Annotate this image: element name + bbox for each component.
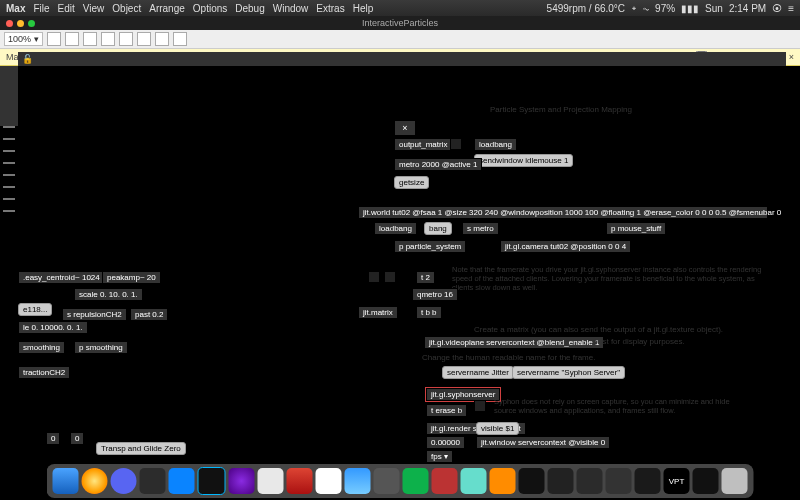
menu-object[interactable]: Object [112,3,141,14]
obj-t2[interactable]: t 2 [416,271,435,284]
toggle[interactable] [368,271,380,283]
toolbar-button[interactable] [47,32,61,46]
obj-past[interactable]: past 0.2 [130,308,168,321]
window-close-button[interactable] [6,20,13,27]
palette-item[interactable] [3,174,15,176]
dock-app[interactable] [519,468,545,494]
dock-app[interactable] [140,468,166,494]
menu-edit[interactable]: Edit [58,3,75,14]
dock-app-discord[interactable] [111,468,137,494]
dock-app[interactable] [345,468,371,494]
palette-item[interactable] [3,138,15,140]
palette-item[interactable] [3,126,15,128]
subpatch-close-icon[interactable]: × [394,120,416,136]
clock-time[interactable]: 2:14 PM [729,3,766,14]
dock-app-calendar[interactable] [316,468,342,494]
banner-close-icon[interactable]: × [789,52,794,62]
toggle[interactable] [474,400,486,412]
dock-app[interactable] [374,468,400,494]
fps-label[interactable]: fps ▾ [426,450,453,463]
palette-item[interactable] [3,162,15,164]
obj-jit-camera[interactable]: jit.gl.camera tut02 @position 0 0 4 [500,240,631,253]
dock-trash[interactable] [722,468,748,494]
obj-easy-centroid[interactable]: .easy_centroid~ 1024 8 [18,271,111,284]
toolbar-button[interactable] [137,32,151,46]
num-zero2[interactable]: 0 [70,432,84,445]
obj-peakamp[interactable]: peakamp~ 20 [102,271,161,284]
toolbar-button[interactable] [173,32,187,46]
obj-p-particle[interactable]: p particle_system [394,240,466,253]
obj-p-mouse[interactable]: p mouse_stuff [606,222,666,235]
obj-terase[interactable]: t erase b [426,404,467,417]
zoom-dropdown[interactable]: 100% ▾ [4,32,43,46]
menu-options[interactable]: Options [193,3,227,14]
palette-item[interactable] [3,198,15,200]
notification-center-icon[interactable]: ≡ [788,3,794,14]
dock-app-finder[interactable] [53,468,79,494]
menu-extras[interactable]: Extras [316,3,344,14]
dock-app-vpt[interactable]: VPT [664,468,690,494]
dock-app[interactable] [229,468,255,494]
toolbar-button[interactable] [101,32,115,46]
toolbar-button[interactable] [119,32,133,46]
msg-visible[interactable]: visible $1 [476,422,519,435]
obj-qmetro[interactable]: qmetro 16 [412,288,458,301]
obj-jit-matrix[interactable]: jit.matrix [358,306,398,319]
dock-app[interactable] [490,468,516,494]
menu-debug[interactable]: Debug [235,3,264,14]
fps-number[interactable]: 0.00000 [426,436,465,449]
dock-app[interactable] [287,468,313,494]
menu-extra-icon[interactable]: ⦿ [772,3,782,14]
obj-p-smoothing[interactable]: p smoothing [74,341,128,354]
dock-app[interactable] [548,468,574,494]
msg-e118[interactable]: e118... [18,303,52,316]
obj-output-matrix[interactable]: output_matrix [394,138,452,151]
menu-view[interactable]: View [83,3,105,14]
dock-app-chrome[interactable] [82,468,108,494]
obj-smetro[interactable]: s metro [462,222,499,235]
obj-tbb[interactable]: t b b [416,306,442,319]
wifi-icon[interactable]: ⏦ [643,3,649,14]
menu-arrange[interactable]: Arrange [149,3,185,14]
msg-bang[interactable]: bang [424,222,452,235]
toggle[interactable] [384,271,396,283]
toolbar-button[interactable] [83,32,97,46]
dock-app[interactable] [258,468,284,494]
msg-getsize[interactable]: getsize [394,176,429,189]
dock-app[interactable] [403,468,429,494]
obj-s-repulsion[interactable]: s repulsionCH2 [62,308,127,321]
menu-file[interactable]: File [33,3,49,14]
dock-app[interactable] [169,468,195,494]
toolbar-button[interactable] [65,32,79,46]
battery-pct[interactable]: 97% [655,3,675,14]
dock-app[interactable] [432,468,458,494]
bang-button[interactable] [450,138,462,150]
menu-help[interactable]: Help [353,3,374,14]
obj-jit-world[interactable]: jit.world tut02 @fsaa 1 @size 320 240 @w… [358,206,768,219]
window-zoom-button[interactable] [28,20,35,27]
obj-smoothing[interactable]: smoothing [18,341,65,354]
dock-app[interactable] [577,468,603,494]
dock-app[interactable] [693,468,719,494]
msg-servername-jitter[interactable]: servername Jitter [442,366,514,379]
obj-range[interactable]: le 0. 10000. 0. 1. [18,321,88,334]
clock-day[interactable]: Sun [705,3,723,14]
lock-icon[interactable]: 🔓 [22,54,33,64]
palette-item[interactable] [3,186,15,188]
num-zero1[interactable]: 0 [46,432,60,445]
obj-jit-window[interactable]: jit.window servercontext @visible 0 [476,436,610,449]
msg-servername-syphon[interactable]: servername "Syphon Server" [512,366,625,379]
dock-app[interactable] [198,467,226,495]
palette-item[interactable] [3,150,15,152]
dock-app[interactable] [461,468,487,494]
toolbar-button[interactable] [155,32,169,46]
msg-sendwindow[interactable]: sendwindow idlemouse 1 [474,154,573,167]
obj-metro[interactable]: metro 2000 @active 1 [394,158,482,171]
obj-loadbang[interactable]: loadbang [474,138,517,151]
dock-app-terminal[interactable] [635,468,661,494]
window-minimize-button[interactable] [17,20,24,27]
obj-jit-videoplane[interactable]: jit.gl.videoplane servercontext @blend_e… [424,336,604,349]
obj-scale[interactable]: scale 0. 10. 0. 1. [74,288,143,301]
obj-loadbang[interactable]: loadbang [374,222,417,235]
menu-window[interactable]: Window [273,3,309,14]
